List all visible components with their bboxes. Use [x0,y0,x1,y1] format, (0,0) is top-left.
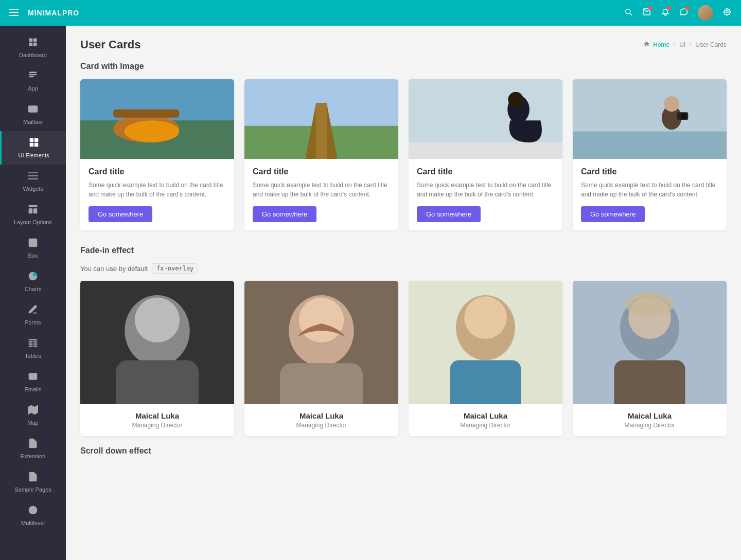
svg-rect-47 [409,142,562,159]
svg-rect-0 [9,9,19,10]
layout-icon [28,204,38,217]
user-card-2-info: Maical Luka Managing Director [244,404,398,436]
svg-rect-14 [34,143,38,147]
sidebar-item-ui-elements[interactable]: UI Elements [0,131,66,165]
sidebar-item-label: Charts [25,286,41,292]
card-1-text: Some quick example text to build on the … [89,180,226,199]
sidebar-item-label: Forms [25,319,41,326]
svg-point-58 [135,298,180,342]
svg-point-67 [464,296,507,339]
user-card-4-image [573,281,727,404]
card-1-button[interactable]: Go somewhere [89,206,152,222]
multilevel-icon [28,505,38,518]
widgets-icon [28,171,38,184]
sidebar-item-multilevel[interactable]: Multilevel [0,499,66,532]
svg-point-55 [681,113,686,119]
hamburger-menu-icon[interactable] [9,8,19,19]
svg-rect-2 [9,15,19,16]
main-content: User Cards Home > UI > User Cards Card w… [66,26,741,560]
sidebar-item-extension[interactable]: Extension [0,432,66,465]
svg-rect-23 [29,339,38,341]
card-2-text: Some quick example text to build on the … [253,180,390,199]
sidebar-item-label: Sample Pages [14,486,51,493]
card-with-image-heading: Card with Image [80,62,727,71]
card-with-image-section: Card with Image [80,62,727,230]
card-4: Card title Some quick example text to bu… [573,79,727,230]
card-2-title: Card title [253,167,390,176]
sidebar-item-widgets[interactable]: Widgets [0,165,66,198]
sidebar-item-label: Layout Options [14,219,52,225]
sidebar-item-box[interactable]: Box [0,231,66,265]
fade-description-text: You can use by default [80,265,148,273]
search-icon[interactable] [624,7,633,19]
sidebar-item-emails[interactable]: Emails [0,365,66,399]
sidebar-item-label: Multilevel [21,520,45,526]
tables-icon [28,338,38,351]
card-3-title: Card title [417,167,554,176]
svg-rect-59 [116,360,199,405]
svg-rect-15 [28,172,38,173]
card-3: Card title Some quick example text to bu… [409,79,562,230]
sidebar-item-label: Extension [21,453,45,459]
settings-icon[interactable] [722,7,732,19]
svg-rect-29 [33,346,38,347]
sidebar-item-label: Tables [25,353,41,359]
forms-icon [28,304,38,317]
svg-rect-17 [28,178,38,179]
card-3-button[interactable]: Go somewhere [417,206,481,222]
card-1-image [80,79,234,159]
card-3-text: Some quick example text to build on the … [417,180,554,199]
sidebar-item-label: Emails [24,386,41,392]
sidebar-item-dashboard[interactable]: Dashboard [0,31,66,64]
card-1: Card title Some quick example text to bu… [80,79,234,230]
user-card-3-info: Maical Luka Managing Director [409,404,562,436]
svg-rect-45 [316,103,327,159]
svg-rect-68 [450,360,521,405]
sidebar-item-sample-pages[interactable]: Sample Pages [0,465,66,499]
card-4-image [573,79,727,159]
svg-point-72 [625,292,675,316]
sidebar-item-forms[interactable]: Forms [0,298,66,332]
svg-rect-16 [28,175,38,176]
user-card-1-image [80,281,234,404]
card-4-button[interactable]: Go somewhere [581,206,645,222]
chat-icon[interactable] [679,7,689,19]
card-4-text: Some quick example text to build on the … [581,180,718,199]
mail-icon[interactable] [642,7,651,19]
svg-rect-21 [29,239,37,247]
user-cards-grid: Maical Luka Managing Director [80,281,727,436]
bell-icon[interactable] [661,7,670,19]
svg-rect-4 [33,39,37,42]
svg-rect-41 [113,110,179,118]
card-1-body: Card title Some quick example text to bu… [80,159,234,230]
sidebar-item-layout-options[interactable]: Layout Options [0,198,66,231]
sidebar-item-label: App [28,85,38,92]
sidebar-item-app[interactable]: App [0,64,66,98]
svg-point-53 [664,96,679,112]
charts-icon [28,271,38,284]
cards-grid: Card title Some quick example text to bu… [80,79,727,230]
breadcrumb-home[interactable]: Home [653,41,669,48]
svg-rect-73 [614,360,685,405]
card-3-body: Card title Some quick example text to bu… [409,159,562,230]
svg-rect-20 [33,208,38,213]
page-header: User Cards Home > UI > User Cards [80,38,727,51]
sidebar-item-map[interactable]: Map [0,399,66,432]
svg-rect-3 [29,39,33,42]
box-icon [28,238,38,250]
sidebar: Dashboard App Mailbox UI Elements Widget… [0,26,66,560]
svg-rect-25 [33,341,38,343]
ui-elements-icon [29,137,39,150]
sidebar-item-tables[interactable]: Tables [0,332,66,365]
svg-point-36 [29,507,37,514]
sidebar-item-charts[interactable]: Charts [0,265,66,298]
user-card-1-info: Maical Luka Managing Director [80,404,234,436]
sidebar-item-mailbox[interactable]: Mailbox [0,98,66,131]
user-card-2-image [244,281,398,404]
top-navbar: MINIMALPRO [0,0,741,26]
avatar[interactable] [698,5,713,21]
card-2-button[interactable]: Go somewhere [253,206,316,222]
scroll-down-section: Scroll down effect [80,446,727,456]
user-card-3-image [409,281,562,404]
breadcrumb-parent: UI [679,41,685,48]
